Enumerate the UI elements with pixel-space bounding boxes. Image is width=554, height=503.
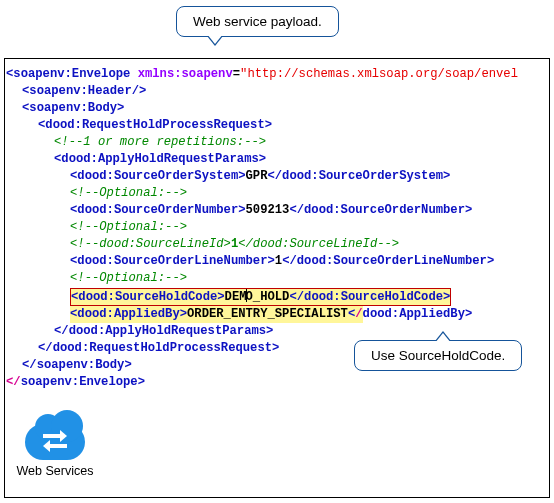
- xml-tag: <soapenv:Header/>: [22, 84, 146, 98]
- xml-close-tag: dood:AppliedBy>: [363, 307, 473, 321]
- xml-tag: <dood:ApplyHoldRequestParams>: [54, 152, 266, 166]
- xml-close-tag: </soapenv:Body>: [22, 358, 132, 372]
- xml-tag: <soapenv:Envelope: [6, 67, 138, 81]
- code-line: <dood:ApplyHoldRequestParams>: [6, 151, 550, 168]
- code-line: <dood:SourceOrderLineNumber>1</dood:Sour…: [6, 253, 550, 270]
- code-line: <dood:SourceOrderNumber>509213</dood:Sou…: [6, 202, 550, 219]
- xml-text: DEM: [225, 290, 247, 304]
- web-services-block: Web Services: [10, 416, 100, 478]
- code-line: <!--1 or more repetitions:-->: [6, 134, 550, 151]
- code-line: <soapenv:Body>: [6, 100, 550, 117]
- cloud-arrows-icon: [25, 416, 85, 462]
- xml-close-tag: </dood:RequestHoldProcessRequest>: [38, 341, 279, 355]
- xml-comment: <!--dood:SourceLineId>: [70, 237, 231, 251]
- code-line: <!--Optional:-->: [6, 219, 550, 236]
- xml-comment: <!--Optional:-->: [70, 186, 187, 200]
- code-line: <!--Optional:-->: [6, 185, 550, 202]
- code-line: <dood:AppliedBy>ORDER_ENTRY_SPECIALIST</…: [6, 306, 550, 323]
- xml-tag: <dood:SourceHoldCode>: [71, 290, 225, 304]
- code-line: <dood:SourceOrderSystem>GPR</dood:Source…: [6, 168, 550, 185]
- callout-sourceholdcode: Use SourceHoldCode.: [354, 340, 522, 371]
- xml-comment: <!--Optional:-->: [70, 220, 187, 234]
- xml-close-tag: </dood:SourceOrderSystem>: [267, 169, 450, 183]
- xml-comment: </dood:SourceLineId-->: [238, 237, 399, 251]
- xml-close-tag: </dood:SourceOrderLineNumber>: [282, 254, 494, 268]
- xml-tag: <dood:SourceOrderLineNumber>: [70, 254, 275, 268]
- xml-text: ORDER_ENTRY_SPECIALIST: [187, 307, 348, 321]
- callout-payload: Web service payload.: [176, 6, 339, 37]
- code-line: <dood:RequestHoldProcessRequest>: [6, 117, 550, 134]
- callout-sourceholdcode-text: Use SourceHoldCode.: [371, 348, 505, 363]
- highlight-applied-by: <dood:AppliedBy>ORDER_ENTRY_SPECIALIST</: [70, 306, 363, 323]
- arrow-left-icon: [49, 444, 67, 448]
- xml-close-tag: </dood:SourceOrderNumber>: [289, 203, 472, 217]
- xml-tag: <soapenv:Body>: [22, 101, 124, 115]
- code-line: </dood:ApplyHoldRequestParams>: [6, 323, 550, 340]
- web-services-label: Web Services: [10, 464, 100, 478]
- xml-close-tag: </dood:ApplyHoldRequestParams>: [54, 324, 273, 338]
- code-line: <soapenv:Header/>: [6, 83, 550, 100]
- code-line: <!--Optional:-->: [6, 270, 550, 287]
- xml-close-tag: soapenv:Envelope>: [21, 375, 145, 389]
- xml-attr: xmlns:soapenv: [138, 67, 233, 81]
- callout-payload-text: Web service payload.: [193, 14, 322, 29]
- code-line: <dood:SourceHoldCode>DEMO_HOLD</dood:Sou…: [6, 287, 550, 306]
- xml-text: 509213: [246, 203, 290, 217]
- arrows-icon: [39, 432, 71, 452]
- code-line: <soapenv:Envelope xmlns:soapenv="http://…: [6, 66, 550, 83]
- xml-slash: /: [355, 307, 362, 321]
- arrow-right-icon: [43, 434, 61, 438]
- xml-tag: <dood:SourceOrderSystem>: [70, 169, 246, 183]
- xml-comment: <!--Optional:-->: [70, 271, 187, 285]
- xml-close-bracket: </: [6, 375, 21, 389]
- xml-close-tag: </dood:SourceHoldCode>: [289, 290, 450, 304]
- xml-string: "http://schemas.xmlsoap.org/soap/envel: [240, 67, 518, 81]
- xml-eq: =: [233, 67, 240, 81]
- xml-text: O_HOLD: [246, 290, 290, 304]
- highlight-source-hold-code: <dood:SourceHoldCode>DEMO_HOLD</dood:Sou…: [70, 288, 451, 306]
- xml-text: GPR: [246, 169, 268, 183]
- xml-tag: <dood:RequestHoldProcessRequest>: [38, 118, 272, 132]
- xml-comment: <!--1 or more repetitions:-->: [54, 135, 266, 149]
- xml-tag: <dood:AppliedBy>: [70, 307, 187, 321]
- code-line: </soapenv:Envelope>: [6, 374, 550, 391]
- code-line: <!--dood:SourceLineId>1</dood:SourceLine…: [6, 236, 550, 253]
- xml-tag: <dood:SourceOrderNumber>: [70, 203, 246, 217]
